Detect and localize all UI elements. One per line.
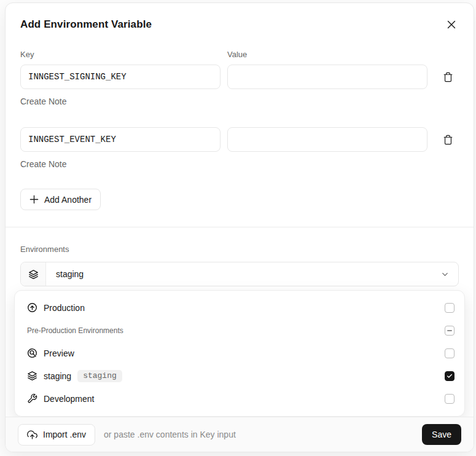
option-label: staging (44, 371, 71, 381)
layers-icon (28, 269, 39, 280)
option-label: Development (44, 394, 95, 404)
option-label: Preview (44, 348, 74, 358)
create-note-button-1[interactable]: Create Note (20, 96, 66, 106)
option-preview[interactable]: Preview (27, 342, 455, 364)
pre-production-group: Pre-Production Environments (27, 319, 455, 342)
footer-hint: or paste .env contents in Key input (104, 430, 236, 439)
import-env-button[interactable]: Import .env (18, 424, 95, 446)
key-input-2[interactable] (20, 127, 220, 152)
create-note-button-2[interactable]: Create Note (20, 159, 66, 169)
option-staging[interactable]: staging staging (27, 364, 455, 387)
staging-checkbox[interactable] (445, 371, 455, 381)
trash-icon (443, 135, 453, 145)
select-icon-cell (21, 262, 46, 286)
value-column-label: Value (227, 50, 427, 59)
chevron-down-icon (431, 262, 458, 286)
preview-checkbox[interactable] (445, 348, 455, 358)
close-icon (447, 20, 456, 29)
pre-production-checkbox[interactable] (445, 326, 455, 336)
key-input-1[interactable] (20, 65, 220, 89)
env-var-row (20, 127, 459, 152)
environments-section: Environments staging (6, 227, 474, 286)
environments-select[interactable]: staging (20, 262, 459, 286)
value-input-1[interactable] (227, 65, 427, 89)
save-button[interactable]: Save (422, 424, 461, 445)
selected-environment: staging (46, 262, 431, 286)
layers-icon (27, 371, 37, 381)
modal-header: Add Environment Variable (6, 3, 474, 32)
development-checkbox[interactable] (445, 394, 455, 404)
modal-footer: Import .env or paste .env contents in Ke… (6, 417, 474, 452)
staging-badge: staging (77, 370, 122, 382)
modal-body: Key Value Create Note (6, 32, 474, 210)
circle-arrow-up-icon (27, 302, 37, 313)
environments-label: Environments (20, 245, 459, 254)
add-another-button[interactable]: Add Another (20, 189, 101, 210)
add-another-label: Add Another (44, 195, 92, 205)
delete-row-button-2[interactable] (437, 128, 459, 151)
check-icon (447, 373, 453, 379)
trash-icon (443, 72, 453, 82)
key-column-label: Key (20, 50, 220, 59)
option-label: Production (44, 303, 85, 313)
cloud-upload-icon (27, 430, 37, 440)
option-development[interactable]: Development (27, 387, 455, 410)
magnifier-circle-icon (27, 348, 37, 358)
value-input-2[interactable] (227, 127, 427, 152)
env-var-row (20, 65, 459, 89)
modal-title: Add Environment Variable (20, 18, 152, 31)
option-production[interactable]: Production (27, 296, 455, 319)
production-checkbox[interactable] (445, 303, 455, 313)
group-label: Pre-Production Environments (27, 326, 123, 335)
environments-dropdown: Production Pre-Production Environments P… (14, 290, 465, 417)
import-env-label: Import .env (43, 430, 86, 439)
plus-icon (29, 195, 39, 204)
wrench-icon (27, 393, 37, 404)
close-button[interactable] (444, 17, 459, 32)
add-env-var-modal: Add Environment Variable Key Value (5, 2, 474, 452)
delete-row-button-1[interactable] (437, 66, 459, 88)
